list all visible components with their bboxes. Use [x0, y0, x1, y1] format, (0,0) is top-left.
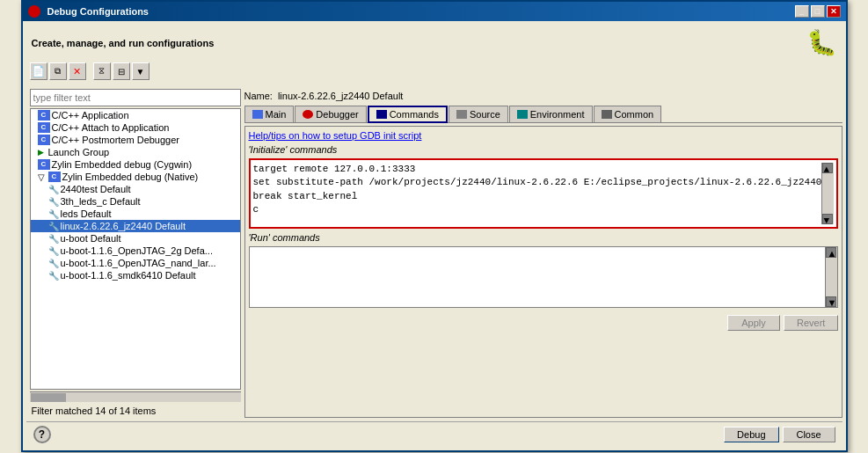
duplicate-button[interactable]: ⧉ — [49, 62, 67, 80]
maximize-button[interactable]: □ — [811, 5, 825, 18]
source-tab-icon — [456, 110, 467, 119]
tab-common-label: Common — [615, 109, 654, 120]
tree-item-cpp-app[interactable]: C C/C++ Application — [31, 109, 240, 121]
tree-item-label: u-boot-1.1.6_OpenJTAG_2g Defa... — [61, 245, 213, 256]
new-config-button[interactable]: 📄 — [30, 62, 47, 80]
tab-debugger[interactable]: Debugger — [295, 106, 366, 122]
run-commands-text[interactable] — [250, 247, 826, 307]
debug-icon: 🔧 — [48, 197, 59, 207]
tree-item-leds[interactable]: 🔧 leds Default — [31, 208, 240, 220]
c-icon: C — [48, 172, 61, 182]
init-commands-box: target remote 127.0.0.1:3333 set substit… — [249, 158, 839, 229]
title-bar-controls: _ □ ✕ — [795, 5, 841, 18]
close-button[interactable]: ✕ — [827, 5, 841, 18]
debug-icon: 🔧 — [48, 246, 59, 256]
scrollbar-down[interactable]: ▼ — [822, 214, 833, 224]
init-commands-text[interactable]: target remote 127.0.0.1:3333 set substit… — [253, 163, 822, 224]
delete-button[interactable]: ✕ — [69, 62, 86, 80]
filter-input[interactable] — [30, 89, 241, 106]
debug-icon: 🔧 — [48, 234, 59, 244]
tree-item-3th-leds[interactable]: 🔧 3th_leds_c Default — [31, 195, 240, 208]
scrollbar-track — [822, 173, 834, 214]
c-icon: C — [38, 159, 50, 170]
tree-item-label: C/C++ Application — [52, 110, 129, 121]
tabs-row: Main Debugger Commands Source — [244, 106, 843, 123]
init-cmd-line4: c — [253, 203, 822, 216]
c-icon: C — [38, 110, 50, 121]
title-bar: Debug Configurations _ □ ✕ — [23, 2, 846, 21]
init-cmd-line1: target remote 127.0.0.1:3333 — [253, 163, 822, 176]
title-icon — [28, 5, 40, 18]
tree-item-label: Launch Group — [48, 147, 110, 157]
init-scrollbar[interactable]: ▲ ▼ — [821, 163, 834, 224]
debug-icon: 🔧 — [48, 185, 59, 194]
run-scrollbar[interactable]: ▲ ▼ — [825, 247, 837, 307]
tab-common[interactable]: Common — [594, 106, 662, 122]
tree-item-uboot-jtag-2g[interactable]: 🔧 u-boot-1.1.6_OpenJTAG_2g Defa... — [31, 245, 240, 257]
scrollbar-up[interactable]: ▲ — [822, 163, 833, 173]
tree-item-launch-group[interactable]: ▶ Launch Group — [31, 146, 240, 158]
tree-item-label: 3th_leds_c Default — [61, 196, 141, 207]
revert-button[interactable]: Revert — [784, 315, 838, 331]
c-icon: C — [38, 122, 50, 133]
c-icon: C — [38, 135, 50, 145]
tree-item-label: C/C++ Attach to Application — [52, 122, 170, 133]
tab-environment[interactable]: Environment — [509, 106, 593, 122]
outer-wrapper: Debug Configurations _ □ ✕ Create, manag… — [0, 0, 868, 453]
scrollbar-down-run[interactable]: ▼ — [826, 296, 836, 307]
run-commands-box: ▲ ▼ — [249, 246, 839, 308]
footer-buttons: Debug Close — [724, 427, 835, 442]
debug-button[interactable]: Debug — [724, 427, 778, 442]
tree-view[interactable]: C C/C++ Application C C/C++ Attach to Ap… — [30, 108, 241, 390]
filter-button[interactable]: ⧖ — [93, 62, 111, 80]
apply-revert-row: Apply Revert — [249, 311, 839, 332]
tab-main[interactable]: Main — [244, 106, 295, 122]
filter-status: Filter matched 14 of 14 items — [30, 404, 241, 418]
tab-commands[interactable]: Commands — [368, 106, 448, 123]
tab-commands-label: Commands — [390, 109, 439, 120]
bug-icon: 🐛 — [806, 28, 837, 57]
commands-tab-icon — [376, 110, 387, 119]
tab-source[interactable]: Source — [449, 106, 508, 122]
help-button[interactable]: ? — [33, 426, 51, 443]
name-value: linux-2.6.22.6_jz2440 Default — [278, 91, 843, 101]
main-tab-icon — [252, 110, 263, 119]
tree-item-label: u-boot-1.1.6_smdk6410 Default — [61, 270, 196, 281]
close-dialog-button[interactable]: Close — [783, 427, 835, 442]
init-label: 'Initialize' commands — [249, 144, 839, 155]
arrow-icon: ▶ — [38, 148, 47, 157]
tree-item-label: Zylin Embedded debug (Native) — [62, 172, 199, 182]
tree-item-label: C/C++ Postmortem Debugger — [52, 135, 180, 145]
tree-item-zylin-native[interactable]: ▽ C Zylin Embedded debug (Native) — [31, 171, 240, 183]
minimize-button[interactable]: _ — [795, 5, 809, 18]
content-area: Help/tips on how to setup GDB init scrip… — [244, 126, 843, 418]
collapse-button[interactable]: ⊟ — [113, 62, 130, 80]
tree-item-cpp-postmortem[interactable]: C C/C++ Postmortem Debugger — [31, 134, 240, 146]
tree-item-label: Zylin Embedded debug (Cygwin) — [52, 159, 193, 170]
horizontal-scrollbar[interactable] — [30, 391, 241, 402]
debug-icon: 🔧 — [48, 271, 59, 281]
tab-debugger-label: Debugger — [316, 109, 358, 120]
tree-item-uboot[interactable]: 🔧 u-boot Default — [31, 232, 240, 245]
tree-item-linux[interactable]: 🔧 linux-2.6.22.6_jz2440 Default — [31, 220, 240, 232]
run-label: 'Run' commands — [249, 232, 839, 243]
tree-item-2440test[interactable]: 🔧 2440test Default — [31, 183, 240, 195]
dropdown-button[interactable]: ▼ — [132, 62, 150, 80]
tree-item-label: u-boot Default — [61, 233, 121, 244]
main-body: C C/C++ Application C C/C++ Attach to Ap… — [26, 85, 842, 421]
tree-item-zylin-cygwin[interactable]: C Zylin Embedded debug (Cygwin) — [31, 158, 240, 171]
tree-item-uboot-jtag-nand[interactable]: 🔧 u-boot-1.1.6_OpenJTAG_nand_lar... — [31, 257, 240, 269]
scrollbar-up-run[interactable]: ▲ — [826, 247, 836, 258]
tree-item-label: leds Default — [61, 208, 112, 219]
right-panel: Name: linux-2.6.22.6_jz2440 Default Main… — [244, 89, 843, 418]
debug-icon: 🔧 — [48, 259, 59, 268]
help-link[interactable]: Help/tips on how to setup GDB init scrip… — [249, 130, 839, 141]
tab-env-label: Environment — [530, 109, 585, 120]
tree-item-cpp-attach[interactable]: C C/C++ Attach to Application — [31, 121, 240, 134]
tree-item-label: linux-2.6.22.6_jz2440 Default — [61, 221, 186, 231]
tab-main-label: Main — [266, 109, 287, 120]
scrollbar-thumb — [31, 393, 66, 402]
subtitle: Create, manage, and run configurations — [32, 38, 215, 48]
apply-button[interactable]: Apply — [727, 315, 780, 331]
tree-item-uboot-smdk[interactable]: 🔧 u-boot-1.1.6_smdk6410 Default — [31, 269, 240, 281]
